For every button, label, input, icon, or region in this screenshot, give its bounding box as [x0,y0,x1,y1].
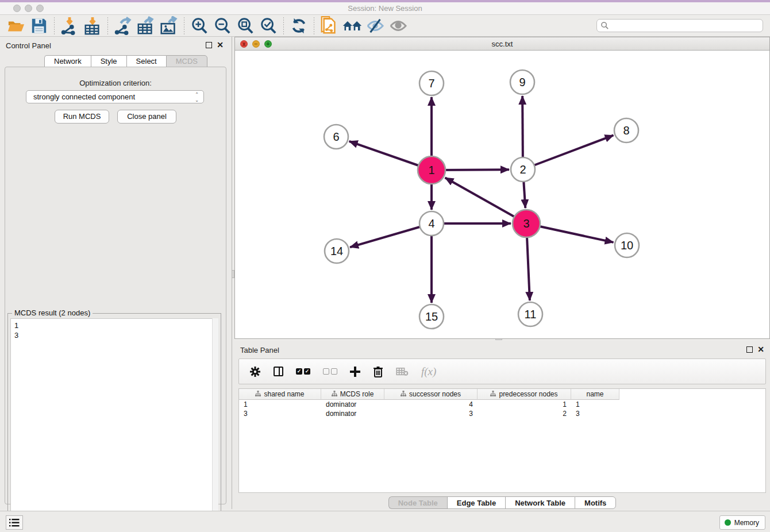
table-cell[interactable]: 1 [571,400,619,409]
import-table-icon[interactable] [81,16,104,36]
network-canvas[interactable]: 7968124314101511 [235,51,769,338]
table-tabs: Node TableEdge TableNetwork TableMotifs [234,496,770,509]
tab-select[interactable]: Select [126,55,166,67]
tab-network-table[interactable]: Network Table [505,496,575,509]
svg-text:6: 6 [333,130,339,143]
export-network-icon[interactable] [111,16,134,36]
svg-text:14: 14 [330,245,343,257]
graph-node-4[interactable]: 4 [419,211,444,236]
memory-label: Memory [734,519,759,527]
graph-node-2[interactable]: 2 [511,157,535,182]
status-bar: Memory [0,511,770,532]
column-type-icon [401,390,406,398]
svg-text:15: 15 [425,310,438,323]
tab-motifs[interactable]: Motifs [575,496,616,509]
table-settings-icon[interactable] [249,363,261,380]
export-image-icon[interactable] [157,16,180,36]
new-network-icon[interactable] [318,16,341,36]
tab-edge-table[interactable]: Edge Table [447,496,505,509]
control-panel-tabs: NetworkStyleSelectMCDS [44,55,207,67]
graph-edge-2-8[interactable] [523,135,614,169]
tab-mcds[interactable]: MCDS [166,55,207,67]
svg-text:7: 7 [428,77,434,90]
column-type-icon [332,390,337,398]
criterion-select[interactable]: strongly connected component ⌃⌄ [26,90,204,103]
table-row[interactable]: 1dominator411 [239,400,765,409]
tab-node-table[interactable]: Node Table [388,496,447,509]
graph-node-7[interactable]: 7 [419,71,444,95]
svg-text:4: 4 [428,217,434,230]
table-cell[interactable]: dominator [321,409,384,418]
main-toolbar [0,15,770,37]
graph-node-9[interactable]: 9 [510,70,534,94]
first-neighbors-icon[interactable] [341,16,364,36]
column-header-MCDS-role[interactable]: MCDS role [321,389,384,400]
hide-selected-icon[interactable] [364,16,387,36]
memory-button[interactable]: Memory [719,515,765,530]
show-column-panel-icon[interactable] [274,363,283,380]
save-session-icon[interactable] [28,16,51,36]
delete-columns-icon[interactable] [373,363,383,380]
tab-network[interactable]: Network [44,55,91,67]
column-type-icon [490,390,496,398]
table-header-row: shared nameMCDS rolesuccessor nodesprede… [239,389,765,400]
result-scrollbar[interactable] [212,318,218,527]
search-input[interactable] [596,19,763,32]
import-network-icon[interactable] [58,16,81,36]
network-window-titlebar[interactable]: x − + scc.txt [235,37,769,51]
table-cell[interactable]: 1 [239,400,321,409]
unselect-all-columns-icon[interactable] [323,363,337,380]
add-column-icon[interactable] [350,363,360,380]
search-icon [600,21,609,32]
zoom-selected-icon[interactable] [257,16,280,36]
select-all-columns-icon[interactable]: ✓✓ [296,363,310,380]
column-header-name[interactable]: name [571,389,619,400]
export-table-icon[interactable] [134,16,157,36]
column-header-shared-name[interactable]: shared name [239,389,321,400]
titlebar-accent [0,0,770,2]
svg-text:9: 9 [519,76,525,88]
close-panel-button[interactable]: Close panel [117,110,176,124]
mcds-result-text[interactable]: 1 3 [10,318,218,527]
table-cell[interactable]: 4 [384,400,478,409]
table-cell[interactable]: 3 [239,409,321,418]
table-cell[interactable]: 3 [384,409,478,418]
toolbar-separator [283,17,284,34]
zoom-out-icon[interactable] [211,16,234,36]
column-header-successor-nodes[interactable]: successor nodes [384,389,478,400]
zoom-fit-icon[interactable] [234,16,257,36]
graph-node-6[interactable]: 6 [324,125,348,149]
task-history-button[interactable] [6,515,23,530]
table-panel: Table Panel ✕ ✓✓ f(x) [234,341,770,509]
table-cell[interactable]: 2 [478,409,571,418]
float-panel-icon[interactable] [206,42,212,48]
open-session-icon[interactable] [5,16,28,36]
graph-node-15[interactable]: 15 [419,304,444,329]
svg-text:10: 10 [621,239,633,252]
show-all-icon[interactable] [387,16,410,36]
refresh-icon[interactable] [287,16,310,36]
run-mcds-button[interactable]: Run MCDS [55,110,109,124]
criterion-value: strongly connected component [33,92,135,101]
svg-text:8: 8 [623,124,629,137]
table-cell[interactable]: 1 [478,400,571,409]
graph-node-10[interactable]: 10 [615,233,639,257]
graph-node-3[interactable]: 3 [513,210,540,237]
table-cell[interactable]: dominator [321,400,384,409]
graph-node-1[interactable]: 1 [418,156,445,184]
table-row[interactable]: 3dominator323 [239,409,765,418]
tab-style[interactable]: Style [91,55,126,67]
svg-text:1: 1 [428,164,434,176]
zoom-in-icon[interactable] [188,16,211,36]
close-table-panel-icon[interactable]: ✕ [757,346,764,353]
graph-node-11[interactable]: 11 [518,302,542,326]
column-header-predecessor-nodes[interactable]: predecessor nodes [478,389,571,400]
graph-node-8[interactable]: 8 [614,118,638,142]
close-panel-icon[interactable]: ✕ [217,42,224,48]
mcds-result-title: MCDS result (2 nodes) [12,309,93,317]
graph-node-14[interactable]: 14 [325,239,349,263]
mcds-result-fieldset: MCDS result (2 nodes) 1 3 [7,313,221,530]
table-cell[interactable]: 3 [571,409,619,418]
float-table-panel-icon[interactable] [746,346,753,353]
control-panel-title: Control Panel [6,41,51,50]
